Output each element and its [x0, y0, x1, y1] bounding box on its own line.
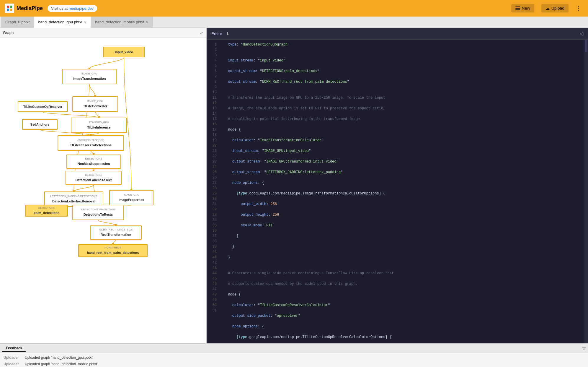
menu-icon [515, 7, 520, 10]
upload-icon: ☁ [545, 6, 550, 11]
graph-node-hand_rect[interactable]: NORM_RECThand_rect_from_palm_detections [78, 244, 148, 257]
tab-label: hand_detection_mobile.pbtxt [95, 20, 144, 24]
node-name-label: TfLiteTensorsToDetections [68, 142, 114, 148]
app-header: MediaPipe Visit us at mediapipe.dev New … [0, 0, 588, 17]
graph-node-NonMaxSuppression[interactable]: DETECTIONSNonMaxSuppression [66, 155, 121, 169]
graph-panel: Graph ⤢ input_videoIMAGE_GPUImageTransfo… [0, 28, 207, 343]
graph-node-TfLiteCustomOpResolver[interactable]: TfLiteCustomOpResolver [18, 101, 68, 112]
tabs-bar: Graph_0.pbtxt hand_detection_gpu.pbtxt ×… [0, 17, 588, 28]
tab-graph0[interactable]: Graph_0.pbtxt [1, 17, 34, 28]
node-name-label: hand_rect_from_palm_detections [84, 250, 141, 256]
node-name-label: DetectionsToRects [81, 212, 115, 217]
graph-node-TfLiteTensorsToDetections[interactable]: ANCHORS TENSORSTfLiteTensorsToDetections [58, 135, 124, 151]
upload-button[interactable]: ☁ Upload [541, 4, 569, 12]
node-name-label: TfLiteCustomOpResolver [21, 104, 65, 110]
log-area: Uploader Uploaded graph 'hand_detection_… [0, 353, 588, 367]
graph-node-DetectionsToRects[interactable]: DETECTIONS IMAGE_SIZEDetectionsToRects [72, 205, 124, 220]
node-port-label: DETECTIONS [84, 173, 103, 177]
node-port-label: NORM_RECT [103, 246, 122, 250]
node-name-label: NonMaxSuppression [75, 161, 112, 167]
visit-badge: Visit us at mediapipe.dev [48, 5, 97, 12]
node-port-label: LETTERBOX_PADDING DETECTIONS [49, 194, 98, 198]
log-source: Uploader [4, 354, 21, 361]
node-name-label: input_video [112, 49, 135, 55]
graph-canvas[interactable]: input_videoIMAGE_GPUImageTransformationI… [0, 38, 206, 343]
main-layout: Graph ⤢ input_videoIMAGE_GPUImageTransfo… [0, 28, 588, 343]
node-name-label: palm_detections [31, 210, 62, 216]
node-port-label: NORM_RECT IMAGE_SIZE [98, 228, 134, 232]
graph-node-TfLiteConverter[interactable]: IMAGE_GPUTfLiteConverter [72, 96, 118, 112]
log-message: Uploaded graph 'hand_detection_gpu.pbtxt… [25, 354, 93, 361]
tab-hand-detection-mobile[interactable]: hand_detection_mobile.pbtxt × [91, 17, 153, 28]
graph-node-ImageProperties[interactable]: IMAGE_GPUImageProperties [109, 190, 153, 205]
tab-label: hand_detection_gpu.pbtxt [38, 20, 82, 24]
visit-label: Visit us at [51, 6, 68, 11]
logo-block: MediaPipe [5, 4, 43, 13]
node-name-label: TfLiteConverter [81, 103, 110, 109]
node-port-label: DETECTIONS IMAGE_SIZE [80, 207, 116, 212]
node-port-label: DETECTIONS [37, 206, 56, 210]
editor-collapse-button[interactable]: ◁ [580, 31, 583, 36]
bottom-collapse-button[interactable]: ▽ [582, 346, 586, 351]
node-port-label: IMAGE_GPU [86, 99, 104, 103]
node-name-label: DetectionLabelIdToText [73, 177, 114, 183]
node-name-label: SsdAnchors [28, 121, 52, 127]
graph-node-RectTransformation[interactable]: NORM_RECT IMAGE_SIZERectTransformation [90, 225, 142, 240]
node-name-label: TfLiteInference [85, 124, 113, 130]
app-title: MediaPipe [17, 5, 43, 12]
node-port-label: DETECTIONS [84, 157, 103, 161]
graph-node-DetectionLabelIdToText[interactable]: DETECTIONSDetectionLabelIdToText [66, 171, 122, 185]
node-port-label: TENSORS_GPU [88, 120, 110, 124]
editor-scrollbar[interactable] [584, 40, 588, 343]
upload-label: Upload [551, 6, 564, 11]
log-message: Uploaded graph 'hand_detection_mobile.pb… [25, 361, 98, 367]
node-port-label: IMAGE_GPU [80, 72, 99, 76]
tab-hand-detection-gpu[interactable]: hand_detection_gpu.pbtxt × [34, 17, 91, 28]
log-source: Uploader [4, 361, 21, 367]
node-name-label: ImageProperties [116, 197, 146, 203]
new-label: New [522, 6, 530, 11]
node-name-label: DetectionLetterboxRemoval [50, 198, 98, 204]
editor-title: Editor [211, 31, 222, 36]
node-name-label: RectTransformation [98, 232, 134, 238]
code-area[interactable]: type: "HandDetectionSubgraph" input_stre… [221, 40, 584, 343]
graph-expand-button[interactable]: ⤢ [200, 30, 203, 35]
editor-body: 1234567891011121314151617181920212223242… [207, 40, 588, 343]
visit-link[interactable]: mediapipe.dev [69, 6, 94, 11]
bottom-panel: Feedback ▽ Uploader Uploaded graph 'hand… [0, 343, 588, 367]
tab-close-icon[interactable]: × [84, 20, 86, 24]
node-name-label: ImageTransformation [71, 76, 108, 82]
bottom-tabs: Feedback ▽ [0, 344, 588, 353]
tab-label: Graph_0.pbtxt [5, 20, 30, 24]
editor-panel: Editor ⬇ ◁ 12345678910111213141516171819… [207, 28, 588, 343]
graph-node-ImageTransformation[interactable]: IMAGE_GPUImageTransformation [62, 69, 117, 84]
graph-label: Graph [3, 30, 14, 35]
graph-toolbar: Graph ⤢ [0, 28, 206, 38]
graph-node-input_video[interactable]: input_video [103, 47, 145, 57]
logo-icon [5, 4, 14, 13]
new-button[interactable]: New [511, 4, 534, 12]
node-port-label: IMAGE_GPU [122, 193, 141, 197]
line-numbers: 1234567891011121314151617181920212223242… [207, 40, 221, 343]
tab-close-icon[interactable]: × [146, 20, 148, 24]
log-row: Uploader Uploaded graph 'hand_detection_… [4, 354, 584, 361]
graph-node-SsdAnchors[interactable]: SsdAnchors [22, 119, 58, 130]
log-row: Uploader Uploaded graph 'hand_detection_… [4, 361, 584, 367]
more-button[interactable]: ⋮ [573, 4, 583, 13]
editor-toolbar: Editor ⬇ ◁ [207, 28, 588, 40]
editor-download-button[interactable]: ⬇ [225, 30, 231, 37]
node-port-label: ANCHORS TENSORS [76, 138, 105, 142]
graph-node-TfLiteInference[interactable]: TENSORS_GPUTfLiteInference [71, 118, 127, 133]
tab-feedback[interactable]: Feedback [2, 345, 26, 352]
graph-node-palm_detections[interactable]: DETECTIONSpalm_detections [25, 205, 68, 217]
